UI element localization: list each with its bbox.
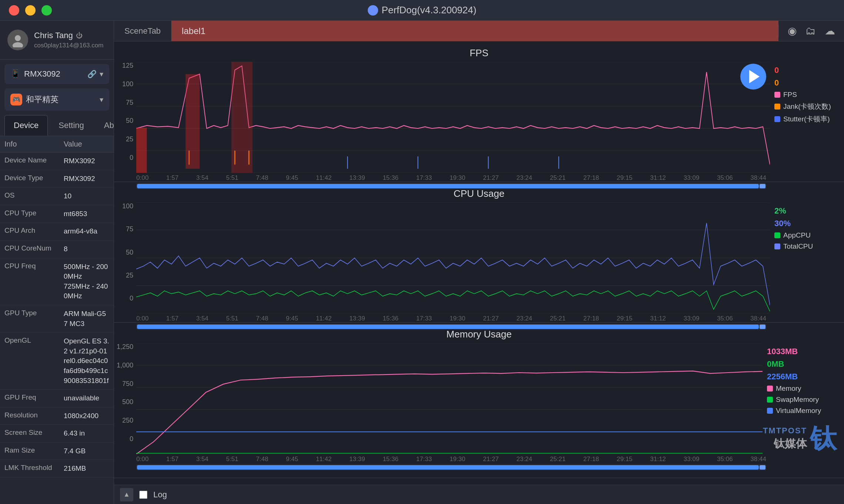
- info-row: CPU Arch arm64-v8a: [0, 223, 114, 241]
- maximize-button[interactable]: [41, 5, 52, 16]
- memory-scrollbar-handle[interactable]: [760, 465, 765, 470]
- svg-rect-15: [136, 128, 147, 173]
- memory-x-axis: 0:001:573:545:517:489:4511:4213:3915:361…: [114, 454, 844, 463]
- user-section: Chris Tang ⏻ cos0play1314@163.com: [0, 21, 114, 60]
- minimize-button[interactable]: [25, 5, 36, 16]
- memory-chart-section: Memory Usage 1,250 1,000 750 500 250 0: [114, 323, 844, 478]
- cpu-value1: 2%: [774, 206, 844, 216]
- memory-legend-dot: [767, 386, 773, 392]
- memory-value3: 2256MB: [767, 372, 844, 382]
- info-row-value: 216MB: [64, 464, 109, 474]
- memory-scrollbar[interactable]: [136, 464, 766, 470]
- cpu-right-labels: 2% 30% AppCPU TotalCPU: [770, 202, 844, 313]
- info-row-value: 8: [64, 244, 109, 254]
- fps-value1: 0: [774, 65, 844, 75]
- info-row-value: 7.4 GB: [64, 446, 109, 456]
- info-header: Info Value: [0, 136, 114, 152]
- location-icon[interactable]: ◉: [788, 25, 797, 37]
- info-row-value: 6.43 in: [64, 429, 109, 439]
- phone-icon: 📱: [10, 69, 20, 79]
- watermark-brand: TMTPOST: [763, 426, 807, 436]
- app-selector[interactable]: 🎮 和平精英 ▾: [4, 88, 109, 111]
- label-tab[interactable]: label1: [171, 21, 778, 41]
- topbar-icons: ◉ 🗂 ☁: [778, 25, 844, 37]
- info-row-label: GPU Type: [4, 309, 64, 317]
- memory-scrollbar-thumb[interactable]: [137, 465, 759, 470]
- main-layout: Chris Tang ⏻ cos0play1314@163.com 📱 RMX3…: [0, 21, 844, 504]
- log-checkbox[interactable]: [139, 491, 147, 499]
- bottom-bar: ▲ Log: [114, 485, 844, 504]
- info-rows: Device Name RMX3092 Device Type RMX3092 …: [0, 152, 114, 478]
- traffic-lights: [9, 5, 52, 16]
- app-icon-img: 🎮: [10, 94, 22, 105]
- sidebar: Chris Tang ⏻ cos0play1314@163.com 📱 RMX3…: [0, 21, 114, 504]
- fps-chart-area: [136, 62, 770, 173]
- cpu-chart-area: [136, 202, 770, 313]
- fps-value2: 0: [774, 78, 844, 88]
- info-row-label: CPU CoreNum: [4, 244, 64, 252]
- info-row: Ram Size 7.4 GB: [0, 443, 114, 460]
- cpu-value2: 30%: [774, 219, 844, 228]
- fps-right-labels: 0 0 FPS Jank(卡顿次数) Stutter(卡顿率): [770, 62, 844, 173]
- log-label: Log: [153, 490, 167, 500]
- virtual-legend-dot: [767, 408, 773, 414]
- info-row-value: 500MHz - 2000MHz725MHz - 2400MHz: [64, 262, 109, 301]
- info-row-label: Resolution: [4, 411, 64, 419]
- content-topbar: SceneTab label1 ◉ 🗂 ☁: [114, 21, 844, 41]
- info-row: GPU Type ARM Mali-G57 MC3: [0, 305, 114, 333]
- svg-rect-16: [186, 74, 200, 169]
- info-row-label: Ram Size: [4, 446, 64, 454]
- cloud-icon[interactable]: ☁: [825, 25, 835, 37]
- watermark-chinese: 钛媒体: [774, 436, 807, 451]
- link-icon[interactable]: 🔗: [87, 70, 97, 78]
- chevron-down-icon[interactable]: ▾: [100, 70, 103, 78]
- info-row: Resolution 1080x2400: [0, 407, 114, 425]
- info-row-value: OpenGL ES 3.2 v1.r21p0-01rel0.d6ec04c0fa…: [64, 336, 109, 386]
- device-selector[interactable]: 📱 RMX3092 🔗 ▾: [4, 64, 109, 84]
- expand-button[interactable]: ▲: [120, 488, 133, 501]
- info-row: OS 10: [0, 188, 114, 205]
- cpu-chart-body: 100 75 50 25 0: [114, 202, 844, 313]
- info-row: LMK Threshold 216MB: [0, 460, 114, 478]
- user-name: Chris Tang ⏻: [34, 31, 106, 40]
- memory-chart-body: 1,250 1,000 750 500 250 0: [114, 343, 844, 454]
- power-icon[interactable]: ⏻: [76, 32, 83, 40]
- jank-legend-dot: [774, 104, 780, 110]
- charts-container[interactable]: FPS 125 100 75 50 25 0: [114, 41, 844, 485]
- cpu-chart-title: CPU Usage: [114, 188, 844, 199]
- info-row: Device Type RMX3092: [0, 170, 114, 188]
- watermark-logo: 钛: [810, 425, 837, 452]
- swap-legend-dot: [767, 397, 773, 403]
- play-button[interactable]: [740, 64, 766, 90]
- memory-chart-title: Memory Usage: [114, 329, 844, 340]
- memory-value1: 1033MB: [767, 347, 844, 356]
- info-row-label: GPU Freq: [4, 393, 64, 401]
- close-button[interactable]: [9, 5, 19, 16]
- tab-setting[interactable]: Setting: [49, 115, 93, 136]
- info-row: CPU Freq 500MHz - 2000MHz725MHz - 2400MH…: [0, 258, 114, 305]
- app-icon: [368, 5, 378, 16]
- info-row-label: OS: [4, 191, 64, 199]
- info-row-label: CPU Type: [4, 209, 64, 217]
- content-area: SceneTab label1 ◉ 🗂 ☁ FPS 125 100: [114, 21, 844, 504]
- info-row-value: RMX3092: [64, 174, 109, 184]
- fps-legend-fps: FPS: [774, 91, 844, 99]
- fps-legend-dot: [774, 92, 780, 98]
- stutter-legend-dot: [774, 116, 780, 122]
- memory-legend-swap: SwapMemory: [767, 396, 844, 404]
- info-row: Device Name RMX3092: [0, 152, 114, 170]
- fps-legend-jank: Jank(卡顿次数): [774, 102, 844, 111]
- memory-legend-mem: Memory: [767, 384, 844, 393]
- fps-chart-title: FPS: [114, 47, 844, 59]
- info-row: GPU Freq unavailable: [0, 390, 114, 407]
- fps-legend-stutter: Stutter(卡顿率): [774, 114, 844, 124]
- info-row-label: OpenGL: [4, 336, 64, 345]
- info-row-value: 10: [64, 191, 109, 201]
- info-row-label: Screen Size: [4, 429, 64, 437]
- info-row-label: CPU Freq: [4, 262, 64, 270]
- app-chevron-icon[interactable]: ▾: [100, 95, 103, 104]
- folder-icon[interactable]: 🗂: [805, 25, 816, 37]
- scene-tab-button[interactable]: SceneTab: [114, 21, 171, 41]
- info-row-label: Device Type: [4, 174, 64, 182]
- tab-device[interactable]: Device: [4, 115, 48, 136]
